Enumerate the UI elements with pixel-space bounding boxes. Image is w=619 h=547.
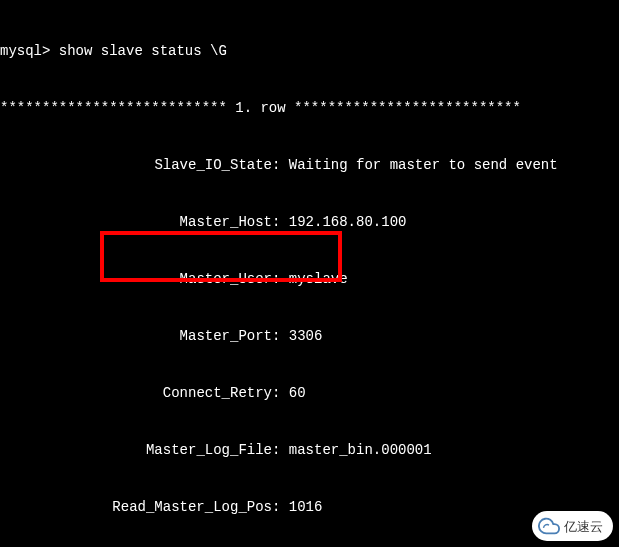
watermark-text: 亿速云 [564, 517, 603, 536]
field-value: master_bin.000001 [289, 442, 432, 458]
terminal-output: mysql> show slave status \G ************… [0, 4, 619, 547]
row-separator: *************************** 1. row *****… [0, 99, 619, 118]
field-value: 1016 [289, 499, 323, 515]
cloud-icon [538, 515, 560, 537]
field-label: Master_Port [0, 327, 272, 346]
field-row: Connect_Retry: 60 [0, 384, 619, 403]
field-row: Master_Port: 3306 [0, 327, 619, 346]
field-row: Master_User: myslave [0, 270, 619, 289]
field-row: Master_Host: 192.168.80.100 [0, 213, 619, 232]
field-label: Master_Log_File [0, 441, 272, 460]
field-label: Master_Host [0, 213, 272, 232]
watermark-badge: 亿速云 [532, 511, 613, 541]
field-value: 3306 [289, 328, 323, 344]
field-value: 60 [289, 385, 306, 401]
field-label: Connect_Retry [0, 384, 272, 403]
field-row: Slave_IO_State: Waiting for master to se… [0, 156, 619, 175]
field-row: Read_Master_Log_Pos: 1016 [0, 498, 619, 517]
field-label: Slave_IO_State [0, 156, 272, 175]
field-value: 192.168.80.100 [289, 214, 407, 230]
mysql-prompt: mysql> show slave status \G [0, 42, 619, 61]
field-label: Master_User [0, 270, 272, 289]
field-row: Master_Log_File: master_bin.000001 [0, 441, 619, 460]
field-value: myslave [289, 271, 348, 287]
field-label: Read_Master_Log_Pos [0, 498, 272, 517]
field-value: Waiting for master to send event [289, 157, 558, 173]
